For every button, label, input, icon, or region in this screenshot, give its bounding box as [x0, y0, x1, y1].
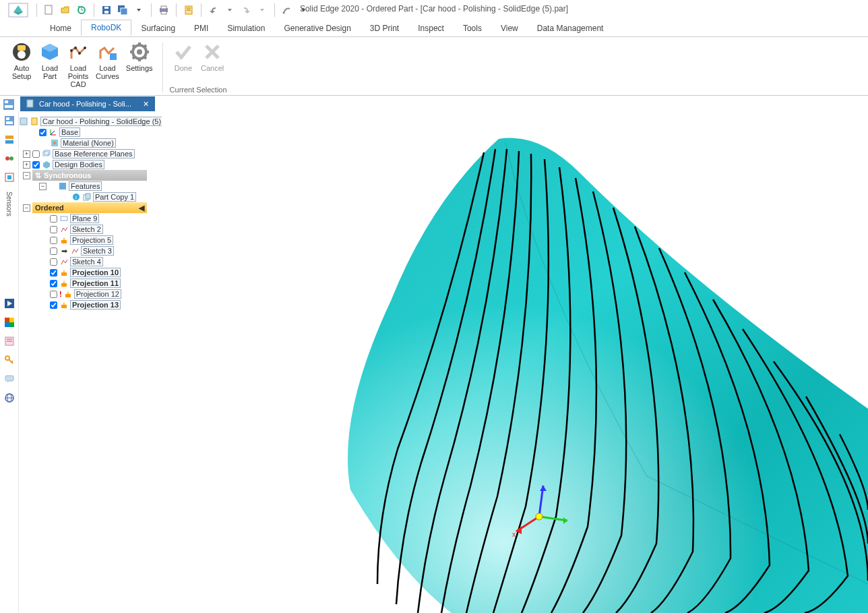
tree-base[interactable]: Base [19, 127, 162, 138]
tab-data-management[interactable]: Data Management [528, 21, 613, 36]
tab-pmi[interactable]: PMI [185, 21, 218, 36]
svg-rect-56 [5, 322, 9, 327]
quick-access-toolbar: Solid Edge 2020 - Ordered Part - [Car ho… [0, 0, 868, 20]
tree-checkbox[interactable] [50, 280, 57, 287]
ordered-arrow-icon: ◀ [139, 204, 144, 212]
save-as-icon[interactable] [116, 3, 129, 17]
sidebar-comment-icon[interactable] [3, 373, 16, 385]
collapse-icon[interactable]: − [23, 172, 30, 179]
redo-dropdown-icon[interactable] [255, 3, 269, 17]
tree-checkbox[interactable] [50, 237, 57, 244]
tree-features[interactable]: − Features [19, 181, 162, 192]
tree-projection13[interactable]: Projection 13 [19, 299, 162, 310]
tree-checkbox[interactable] [50, 301, 57, 309]
done-button[interactable]: Done [170, 40, 197, 72]
undo-dropdown-icon[interactable] [223, 3, 237, 17]
sidebar-color-icon[interactable] [3, 316, 16, 328]
tree-projection5[interactable]: Projection 5 [19, 235, 162, 245]
svg-marker-11 [137, 9, 141, 11]
document-tab[interactable]: Car hood - Polishing - Soli... ✕ [20, 96, 155, 111]
tab-surfacing[interactable]: Surfacing [131, 21, 185, 36]
tree-ordered[interactable]: − Ordered◀ [19, 202, 162, 213]
dropdown-icon[interactable] [132, 3, 146, 17]
auto-setup-icon [11, 41, 32, 63]
tree-checkbox[interactable] [50, 291, 57, 298]
sketch-icon [70, 246, 80, 256]
settings-button[interactable]: Settings [123, 40, 156, 88]
warning-icon: ! [59, 290, 62, 298]
tree-sketch3[interactable]: ➡ Sketch 3 [19, 245, 162, 256]
tree-checkbox[interactable] [50, 258, 57, 266]
expand-icon[interactable]: + [23, 150, 30, 158]
tree-projection11[interactable]: Projection 11 [19, 278, 162, 289]
tab-inspect[interactable]: Inspect [408, 21, 454, 36]
open-recent-icon[interactable] [75, 3, 88, 17]
load-points-button[interactable]: Load Points CAD [65, 40, 92, 88]
undo-icon[interactable] [207, 3, 220, 17]
tree-part-copy[interactable]: i Part Copy 1 [19, 192, 162, 202]
svg-rect-85 [61, 240, 67, 243]
tab-generative-design[interactable]: Generative Design [274, 21, 360, 36]
open-icon[interactable] [59, 3, 72, 17]
auto-setup-button[interactable]: Auto Setup [8, 40, 35, 88]
tree-checkbox[interactable] [50, 269, 57, 276]
tree-sketch4[interactable]: Sketch 4 [19, 256, 162, 267]
svg-point-48 [5, 156, 9, 160]
svg-point-75 [53, 142, 56, 144]
document-icon [26, 98, 35, 109]
sidebar-feature-library-icon[interactable] [3, 134, 16, 146]
tree-checkbox[interactable] [32, 150, 40, 158]
app-button[interactable] [5, 2, 31, 18]
tab-view[interactable]: View [491, 21, 528, 36]
tree-checkbox[interactable] [50, 247, 57, 255]
load-curves-button[interactable]: Load Curves [93, 40, 122, 88]
sidebar-key-icon[interactable] [3, 354, 16, 366]
properties-icon[interactable] [182, 3, 195, 17]
close-tab-icon[interactable]: ✕ [140, 100, 151, 109]
load-part-button[interactable]: Load Part [36, 40, 63, 88]
tree-sketch2[interactable]: Sketch 2 [19, 224, 162, 235]
tree-checkbox[interactable] [32, 161, 40, 169]
tree-material[interactable]: Material (None) [19, 138, 162, 148]
tree-base-ref-planes[interactable]: + Base Reference Planes [19, 148, 162, 159]
projection-icon [59, 279, 69, 288]
tab-3d-print[interactable]: 3D Print [361, 21, 408, 36]
tree-synchronous[interactable]: − ⇅Synchronous [19, 170, 162, 181]
tab-simulation[interactable]: Simulation [218, 21, 274, 36]
sidebar-notes-icon[interactable] [3, 335, 16, 347]
part-icon [19, 117, 28, 126]
collapse-icon[interactable]: − [39, 183, 46, 190]
expand-icon[interactable]: + [23, 161, 30, 169]
tree-checkbox[interactable] [50, 215, 57, 223]
tab-robodk[interactable]: RoboDK [81, 20, 131, 36]
sidebar-layers-icon[interactable] [3, 171, 16, 183]
tree-projection12[interactable]: ! Projection 12 [19, 289, 162, 299]
tree-checkbox[interactable] [50, 226, 57, 233]
tree-checkbox[interactable] [39, 129, 46, 136]
collapse-icon[interactable]: − [23, 204, 30, 212]
tree-root[interactable]: Car hood - Polishing - SolidEdge (5).par [19, 116, 162, 127]
new-icon[interactable] [42, 3, 56, 17]
sketch-icon[interactable] [280, 3, 294, 17]
redo-icon[interactable] [239, 3, 253, 17]
sync-arrows-icon: ⇅ [35, 171, 41, 180]
pathfinder-toggle-icon[interactable] [3, 98, 15, 112]
tab-home[interactable]: Home [40, 21, 81, 36]
cancel-button[interactable]: Cancel [198, 40, 226, 72]
tree-plane9[interactable]: Plane 9 [19, 213, 162, 224]
tree-design-bodies[interactable]: + Design Bodies [19, 159, 162, 170]
sensors-label[interactable]: Sensors [5, 192, 13, 216]
svg-line-41 [133, 56, 135, 59]
svg-rect-64 [5, 376, 13, 381]
svg-rect-86 [61, 272, 67, 276]
print-icon[interactable] [157, 3, 170, 17]
sidebar-pathfinder-icon[interactable] [3, 115, 16, 127]
svg-text:x: x [512, 531, 516, 538]
tree-projection10[interactable]: Projection 10 [19, 267, 162, 278]
save-icon[interactable] [100, 3, 113, 17]
3d-viewport[interactable]: x [162, 112, 868, 613]
sidebar-globe-icon[interactable] [3, 392, 16, 404]
sidebar-play-icon[interactable] [3, 297, 16, 310]
sidebar-family-icon[interactable] [3, 152, 16, 165]
tab-tools[interactable]: Tools [454, 21, 491, 36]
